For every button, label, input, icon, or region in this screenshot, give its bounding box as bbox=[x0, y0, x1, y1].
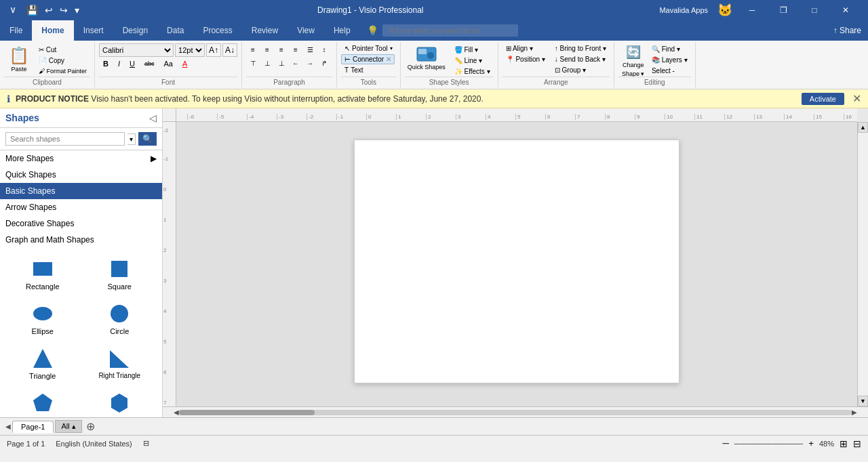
tab-insert[interactable]: Insert bbox=[74, 20, 113, 41]
shape-rectangle[interactable]: Rectangle bbox=[5, 253, 80, 295]
scroll-up-button[interactable]: ▲ bbox=[858, 122, 868, 133]
page-all-tab[interactable]: All ▴ bbox=[55, 420, 81, 433]
format-painter-button[interactable]: 🖌 Format Painter bbox=[35, 66, 90, 76]
effects-button[interactable]: ✨ Effects ▾ bbox=[451, 66, 494, 77]
indent-decrease-button[interactable]: ← bbox=[289, 57, 302, 69]
search-dropdown-button[interactable]: ▾ bbox=[127, 133, 136, 145]
bullet-list-button[interactable]: ☰ bbox=[303, 43, 317, 56]
search-submit-button[interactable]: 🔍 bbox=[138, 132, 157, 146]
line-button[interactable]: 📏 Line ▾ bbox=[451, 56, 494, 66]
category-basic-shapes[interactable]: Basic Shapes bbox=[0, 183, 162, 199]
paragraph-expand-button[interactable]: ↕ bbox=[317, 43, 331, 56]
pointer-tool-button[interactable]: ↖ Pointer Tool ▾ bbox=[341, 43, 396, 54]
save-button[interactable]: 💾 bbox=[24, 5, 40, 16]
bring-to-front-button[interactable]: ↑ Bring to Front ▾ bbox=[551, 43, 610, 54]
undo-button[interactable]: ↩ bbox=[43, 5, 55, 16]
fit-page-button[interactable]: ⊞ bbox=[840, 438, 848, 449]
drawing-canvas[interactable] bbox=[354, 140, 679, 383]
tab-help[interactable]: Help bbox=[324, 20, 360, 41]
layers-button[interactable]: 📚 Layers ▾ bbox=[648, 55, 691, 65]
increase-font-button[interactable]: A↑ bbox=[206, 43, 221, 57]
valign-bottom-button[interactable]: ⊥ bbox=[275, 57, 288, 69]
customize-button[interactable]: ▾ bbox=[73, 5, 81, 16]
tab-file[interactable]: File bbox=[0, 20, 32, 41]
maximize-button[interactable]: □ bbox=[799, 0, 830, 20]
shape-circle[interactable]: Circle bbox=[83, 298, 157, 340]
category-graph-math-shapes[interactable]: Graph and Math Shapes bbox=[0, 232, 162, 248]
decrease-font-button[interactable]: A↓ bbox=[222, 43, 237, 57]
share-button[interactable]: ↑ Share bbox=[827, 20, 868, 41]
position-button[interactable]: 📍 Position ▾ bbox=[502, 54, 549, 64]
quick-shapes-button[interactable]: Quick Shapes bbox=[405, 43, 448, 73]
category-arrow-shapes[interactable]: Arrow Shapes bbox=[0, 199, 162, 215]
scroll-right-button[interactable]: ▶ bbox=[852, 408, 857, 416]
restore-button[interactable]: ❐ bbox=[768, 0, 799, 20]
activate-button[interactable]: Activate bbox=[802, 93, 844, 105]
cut-button[interactable]: ✂ Cut bbox=[35, 45, 90, 55]
valign-top-button[interactable]: ⊤ bbox=[246, 57, 260, 69]
add-page-button[interactable]: ⊕ bbox=[86, 420, 95, 433]
text-tool-button[interactable]: T Text bbox=[341, 65, 366, 75]
canvas-scroll-area[interactable] bbox=[176, 122, 857, 406]
font-color-button[interactable]: A bbox=[178, 58, 191, 69]
tab-view[interactable]: View bbox=[288, 20, 324, 41]
scroll-down-button[interactable]: ▼ bbox=[858, 396, 868, 406]
shapes-collapse-button[interactable]: ◁ bbox=[149, 112, 157, 123]
align-center-button[interactable]: ≡ bbox=[260, 43, 274, 56]
font-size-select[interactable]: 12pt. bbox=[175, 43, 205, 57]
scroll-left-button[interactable]: ◀ bbox=[174, 408, 179, 416]
valign-middle-button[interactable]: ⊥ bbox=[260, 57, 274, 69]
shape-pentagon[interactable]: Pentagon bbox=[5, 387, 80, 417]
h-scroll-thumb[interactable] bbox=[179, 410, 315, 415]
shape-hexagon[interactable]: Hexagon bbox=[83, 387, 157, 417]
font-case-button[interactable]: Aa bbox=[160, 58, 177, 69]
shape-ellipse[interactable]: Ellipse bbox=[5, 298, 80, 340]
bold-button[interactable]: B bbox=[99, 58, 113, 69]
align-justify-button[interactable]: ≡ bbox=[289, 43, 302, 56]
font-family-select[interactable]: Calibri bbox=[99, 43, 174, 57]
fill-button[interactable]: 🪣 Fill ▾ bbox=[451, 45, 494, 55]
minimize-button[interactable]: ─ bbox=[736, 0, 768, 20]
italic-button[interactable]: I bbox=[114, 58, 124, 69]
category-quick-shapes[interactable]: Quick Shapes bbox=[0, 167, 162, 183]
underline-button[interactable]: U bbox=[125, 58, 139, 69]
text-direction-button[interactable]: ↱ bbox=[317, 57, 331, 69]
shape-square[interactable]: Square bbox=[83, 253, 157, 295]
tab-home[interactable]: Home bbox=[32, 20, 73, 41]
connector-button[interactable]: ⊢ Connector ✕ bbox=[341, 54, 395, 64]
align-button[interactable]: ⊞ Align ▾ bbox=[502, 43, 549, 54]
notification-close-button[interactable]: ✕ bbox=[852, 92, 861, 105]
tab-review[interactable]: Review bbox=[242, 20, 288, 41]
copy-button[interactable]: 📄 Copy bbox=[35, 56, 90, 66]
tab-data[interactable]: Data bbox=[157, 20, 193, 41]
view-toggle-button[interactable]: ⊟ bbox=[853, 438, 861, 449]
tab-process[interactable]: Process bbox=[193, 20, 241, 41]
more-shapes-button[interactable]: More Shapes ▶ bbox=[0, 150, 162, 167]
page-tab-1[interactable]: Page-1 bbox=[12, 421, 54, 433]
find-button[interactable]: 🔍 Find ▾ bbox=[648, 44, 691, 54]
align-left-button[interactable]: ≡ bbox=[246, 43, 260, 56]
v-scroll-track[interactable] bbox=[858, 133, 868, 396]
page-scroll-left[interactable]: ◀ bbox=[5, 423, 11, 430]
search-shapes-input[interactable] bbox=[5, 132, 125, 146]
strikethrough-button[interactable]: abc bbox=[140, 59, 159, 68]
select-button[interactable]: Select - bbox=[648, 66, 691, 76]
h-scroll-track[interactable] bbox=[179, 410, 852, 415]
shape-right-triangle[interactable]: Right Triangle bbox=[83, 343, 157, 385]
search-ribbon-input[interactable] bbox=[382, 24, 518, 37]
hexagon-icon bbox=[108, 392, 130, 414]
close-button[interactable]: ✕ bbox=[830, 0, 861, 20]
zoom-slider[interactable]: ───────────── bbox=[734, 440, 803, 448]
indent-increase-button[interactable]: → bbox=[303, 57, 317, 69]
zoom-in-button[interactable]: + bbox=[808, 438, 814, 448]
change-shape-button[interactable]: 🔄 Change Shape ▾ bbox=[618, 43, 648, 79]
zoom-out-button[interactable]: ─ bbox=[722, 438, 728, 448]
shape-triangle[interactable]: Triangle bbox=[5, 343, 80, 385]
align-right-button[interactable]: ≡ bbox=[275, 43, 288, 56]
send-to-back-button[interactable]: ↓ Send to Back ▾ bbox=[551, 54, 610, 64]
paste-button[interactable]: 📋 Paste bbox=[4, 43, 34, 76]
group-button[interactable]: ⊡ Group ▾ bbox=[551, 65, 610, 75]
redo-button[interactable]: ↪ bbox=[58, 5, 70, 16]
tab-design[interactable]: Design bbox=[113, 20, 157, 41]
category-decorative-shapes[interactable]: Decorative Shapes bbox=[0, 215, 162, 232]
